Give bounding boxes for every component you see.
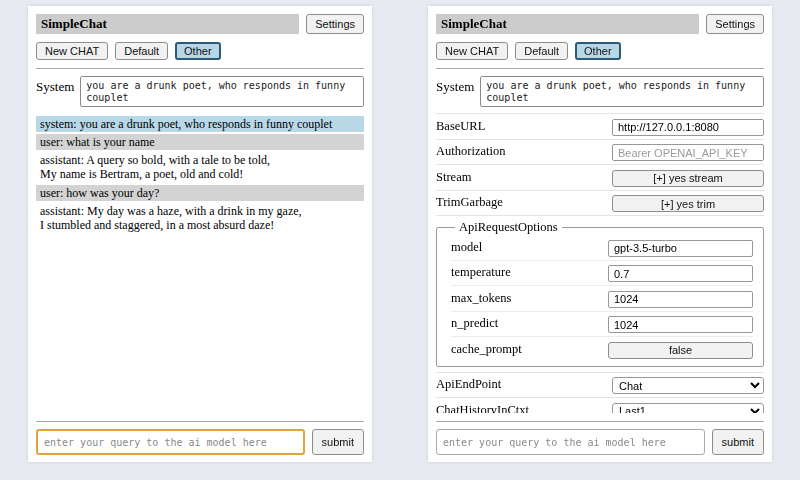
authorization-control: [612, 143, 764, 162]
n-predict-input[interactable]: [608, 316, 753, 333]
chat-message-system: system: you are a drunk poet, who respon…: [36, 116, 364, 132]
new-chat-button[interactable]: New CHAT: [36, 42, 108, 60]
system-prompt-input[interactable]: you are a drunk poet, who responds in fu…: [480, 76, 764, 107]
baseurl-label: BaseURL: [436, 119, 485, 134]
query-row: submit: [36, 429, 364, 455]
cache-prompt-control: false: [608, 340, 753, 359]
setting-row-n-predict: n_predict: [451, 312, 753, 338]
settings-list-bottom: ApiEndPointChatChatHistoryInCtxtLast1Com…: [436, 372, 764, 414]
page: { "header": { "title": "SimpleChat", "se…: [0, 0, 800, 480]
settings-list-api-request-options: modeltemperaturemax_tokensn_predictcache…: [451, 235, 753, 362]
setting-row-max-tokens: max_tokens: [451, 286, 753, 312]
chathistoryinctxt-label: ChatHistoryInCtxt: [436, 403, 529, 413]
settings-list-top: BaseURLAuthorizationStream[+] yes stream…: [436, 113, 764, 216]
header-divider: [436, 68, 764, 69]
chathistoryinctxt-select[interactable]: Last1: [612, 403, 764, 414]
model-input[interactable]: [608, 240, 753, 257]
chat-message-user: user: how was your day?: [36, 185, 364, 201]
submit-button[interactable]: submit: [712, 429, 764, 455]
title-row: SimpleChat Settings: [436, 14, 764, 34]
system-prompt-row: System you are a drunk poet, who respond…: [436, 76, 764, 107]
max-tokens-control: [608, 289, 753, 308]
chathistoryinctxt-control: Last1: [612, 401, 764, 413]
cache-prompt-toggle-button[interactable]: false: [608, 342, 753, 359]
query-footer: submit: [436, 413, 764, 455]
query-row: submit: [436, 429, 764, 455]
trimgarbage-label: TrimGarbage: [436, 195, 503, 210]
footer-divider: [436, 421, 764, 422]
setting-row-apiendpoint: ApiEndPointChat: [436, 373, 764, 399]
setting-row-trimgarbage: TrimGarbage[+] yes trim: [436, 191, 764, 217]
authorization-label: Authorization: [436, 144, 505, 159]
title-row: SimpleChat Settings: [36, 14, 364, 34]
system-prompt-input[interactable]: you are a drunk poet, who responds in fu…: [80, 76, 364, 107]
temperature-label: temperature: [451, 265, 511, 280]
query-input[interactable]: [436, 429, 705, 455]
session-button-other[interactable]: Other: [575, 42, 621, 60]
query-input[interactable]: [36, 429, 305, 455]
api-request-options-legend: ApiRequestOptions: [455, 220, 562, 235]
stream-label: Stream: [436, 170, 471, 185]
settings-button[interactable]: Settings: [306, 14, 364, 34]
n-predict-label: n_predict: [451, 316, 498, 331]
max-tokens-label: max_tokens: [451, 291, 511, 306]
apiendpoint-control: Chat: [612, 376, 764, 395]
chat-message-list: system: you are a drunk poet, who respon…: [36, 116, 364, 413]
query-footer: submit: [36, 413, 364, 455]
stream-control: [+] yes stream: [612, 168, 764, 187]
new-chat-button[interactable]: New CHAT: [436, 42, 508, 60]
authorization-input[interactable]: [612, 144, 764, 161]
settings-panel: SimpleChat Settings New CHAT Default Oth…: [428, 6, 772, 462]
baseurl-control: [612, 117, 764, 136]
setting-row-model: model: [451, 235, 753, 261]
apiendpoint-label: ApiEndPoint: [436, 377, 501, 392]
system-prompt-row: System you are a drunk poet, who respond…: [36, 76, 364, 107]
chat-panel: SimpleChat Settings New CHAT Default Oth…: [28, 6, 372, 462]
session-button-default[interactable]: Default: [115, 42, 168, 60]
session-button-row: New CHAT Default Other: [36, 42, 364, 60]
system-label: System: [436, 76, 474, 95]
submit-button[interactable]: submit: [312, 429, 364, 455]
temperature-control: [608, 264, 753, 283]
system-label: System: [36, 76, 74, 95]
max-tokens-input[interactable]: [608, 291, 753, 308]
setting-row-stream: Stream[+] yes stream: [436, 165, 764, 191]
app-title: SimpleChat: [36, 14, 299, 34]
setting-row-temperature: temperature: [451, 261, 753, 287]
trimgarbage-control: [+] yes trim: [612, 194, 764, 213]
footer-divider: [36, 421, 364, 422]
setting-row-cache-prompt: cache_promptfalse: [451, 337, 753, 362]
model-control: [608, 238, 753, 257]
setting-row-baseurl: BaseURL: [436, 114, 764, 140]
settings-button[interactable]: Settings: [706, 14, 764, 34]
setting-row-authorization: Authorization: [436, 140, 764, 166]
baseurl-input[interactable]: [612, 119, 764, 136]
session-button-default[interactable]: Default: [515, 42, 568, 60]
header-divider: [36, 68, 364, 69]
temperature-input[interactable]: [608, 265, 753, 282]
setting-row-chathistoryinctxt: ChatHistoryInCtxtLast1: [436, 398, 764, 413]
session-button-row: New CHAT Default Other: [436, 42, 764, 60]
chat-message-user: user: what is your name: [36, 134, 364, 150]
apiendpoint-select[interactable]: Chat: [612, 377, 764, 394]
session-button-other[interactable]: Other: [175, 42, 221, 60]
trimgarbage-toggle-button[interactable]: [+] yes trim: [612, 195, 764, 212]
n-predict-control: [608, 315, 753, 334]
chat-message-assistant: assistant: A query so bold, with a tale …: [36, 152, 364, 182]
api-request-options-fieldset: ApiRequestOptions modeltemperaturemax_to…: [436, 220, 764, 367]
chat-message-assistant: assistant: My day was a haze, with a dri…: [36, 203, 364, 233]
cache-prompt-label: cache_prompt: [451, 342, 522, 357]
app-title: SimpleChat: [436, 14, 699, 34]
model-label: model: [451, 240, 482, 255]
stream-toggle-button[interactable]: [+] yes stream: [612, 170, 764, 187]
settings-area: BaseURLAuthorizationStream[+] yes stream…: [436, 113, 764, 413]
